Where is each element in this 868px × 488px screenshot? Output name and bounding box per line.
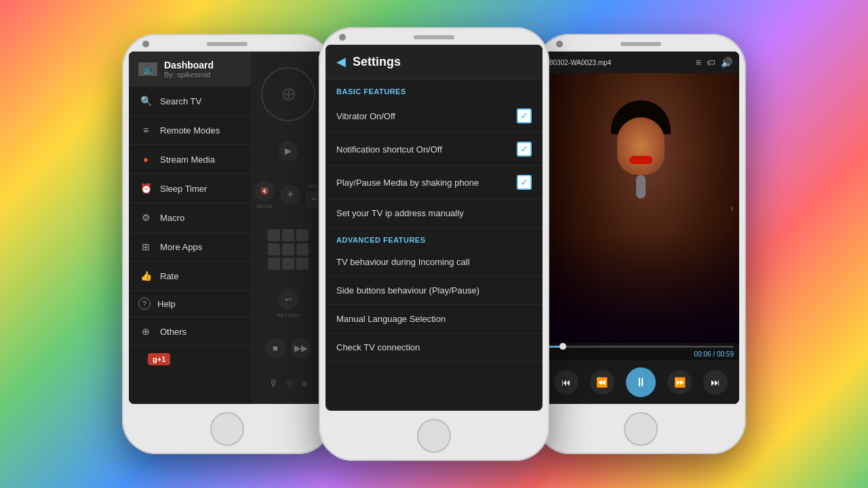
settings-incoming[interactable]: TV behaviour during Incoming call [326, 248, 542, 277]
play-button[interactable]: ▶ [278, 141, 298, 161]
vol-label: VOL [309, 183, 319, 189]
checkconn-text: Check TV connection [336, 342, 420, 352]
sleep-icon: ⏰ [138, 181, 153, 196]
stream-icon: ● [138, 152, 153, 167]
incoming-text: TV behaviour during Incoming call [336, 257, 470, 267]
dpad-circle: ⊕ [261, 67, 315, 121]
mute-label: MUTE [257, 203, 273, 209]
sidebar-label-rate: Rate [160, 271, 178, 281]
media-top-icons: ≡ 🏷 🔊 [696, 57, 732, 68]
settings-sidebuttons[interactable]: Side buttons behaviour (Play/Pause) [326, 277, 542, 305]
center-phone-top [319, 27, 549, 45]
video-content: › [542, 73, 739, 343]
next-video-arrow[interactable]: › [730, 202, 734, 214]
notification-checkbox[interactable] [517, 142, 532, 157]
sidebar-label-stream: Stream Media [160, 155, 215, 165]
macro-icon: ⚙ [138, 210, 153, 225]
sidebar-label-help: Help [157, 299, 176, 309]
settings-playpause[interactable]: Play/Pause Media by shaking phone [326, 166, 542, 199]
sidebar-item-search[interactable]: 🔍 Search TV [129, 87, 251, 116]
left-speaker [207, 42, 248, 46]
fast-forward-button[interactable]: ⏩ [667, 370, 692, 394]
center-phone-bottom [319, 411, 549, 461]
left-home-button[interactable] [210, 412, 244, 446]
current-time: 00:06 [694, 350, 711, 358]
others-icon: ⊕ [138, 324, 153, 339]
media-filename: 80302-WA0023.mp4 [549, 59, 611, 66]
sidebar-item-rate[interactable]: 👍 Rate [129, 262, 251, 291]
advanced-features-label: ADVANCED FEATURES [326, 228, 542, 248]
rewind-button[interactable]: ⏪ [590, 370, 614, 394]
settings-notification[interactable]: Notification shortcut On/Off [326, 133, 542, 166]
back-button[interactable]: ◀ [336, 54, 346, 69]
settings-vibrator[interactable]: Vibrator On/Off [326, 100, 542, 133]
menu-icon[interactable]: ≡ [696, 57, 701, 68]
sidebar-item-stream[interactable]: ● Stream Media [129, 145, 251, 174]
stop-button[interactable]: ■ [265, 338, 285, 359]
add-button[interactable]: + [280, 185, 300, 205]
sidebar-item-help[interactable]: ? Help [129, 291, 251, 317]
dpad-icon: ⊕ [281, 83, 296, 105]
right-phone-top [536, 34, 746, 52]
left-phone: 📺 Dashboard By: spikesroid 🔍 Search TV ≡… [122, 34, 332, 454]
media-topbar: 80302-WA0023.mp4 ≡ 🏷 🔊 [542, 52, 739, 73]
sidebar-item-macro[interactable]: ⚙ Macro [129, 203, 251, 232]
dashboard-subtitle: By: spikesroid [164, 70, 214, 79]
settings-checkconn[interactable]: Check TV connection [326, 333, 542, 362]
dashboard-title: Dashboard [164, 60, 214, 70]
left-phone-top [122, 34, 332, 52]
bottom-icons: 🎙 ☆ ≡ [269, 378, 307, 389]
sidebar-item-remote[interactable]: ≡ Remote Modes [129, 116, 251, 145]
sidebar-item-sleep[interactable]: ⏰ Sleep Timer [129, 174, 251, 203]
left-phone-bottom [122, 404, 332, 454]
right-camera [556, 41, 563, 47]
pause-button[interactable]: ⏸ [626, 367, 656, 397]
right-screen: 80302-WA0023.mp4 ≡ 🏷 🔊 [542, 52, 739, 404]
settings-language[interactable]: Manual Language Selection [326, 305, 542, 333]
volume-icon[interactable]: 🔊 [721, 57, 732, 68]
sidebar-label-sleep: Sleep Timer [160, 184, 207, 194]
right-speaker [620, 42, 661, 46]
sidebar-label-more: More Apps [160, 242, 202, 252]
right-home-button[interactable] [624, 412, 658, 446]
settings-header: ◀ Settings [326, 45, 542, 79]
previous-button[interactable]: ⏮ [554, 370, 578, 394]
tv-icon: 📺 [138, 62, 157, 76]
settings-view: ◀ Settings BASIC FEATURES Vibrator On/Of… [326, 45, 542, 411]
left-screen: 📺 Dashboard By: spikesroid 🔍 Search TV ≡… [129, 52, 326, 404]
return-button[interactable]: ↩ [278, 289, 298, 310]
sidebar-item-more[interactable]: ⊞ More Apps [129, 232, 251, 262]
media-controls: ⏮ ⏪ ⏸ ⏩ ⏭ [542, 361, 739, 404]
left-camera [142, 41, 149, 47]
center-home-button[interactable] [417, 419, 451, 453]
language-text: Manual Language Selection [336, 314, 446, 324]
playpause-checkbox[interactable] [517, 175, 532, 190]
settings-setip[interactable]: Set your TV ip address manually [326, 199, 542, 228]
mute-button[interactable]: 🔇 [254, 181, 275, 201]
setip-text: Set your TV ip address manually [336, 208, 464, 218]
next-button[interactable]: ⏭ [703, 370, 728, 394]
playpause-text: Play/Pause Media by shaking phone [336, 178, 479, 188]
help-icon: ? [138, 298, 151, 310]
notification-text: Notification shortcut On/Off [336, 144, 442, 155]
vibrator-checkbox[interactable] [517, 108, 532, 123]
numpad [268, 229, 309, 270]
apps-icon: ⊞ [138, 239, 153, 254]
seek-bar-track[interactable] [548, 346, 734, 348]
google-plus-badge[interactable]: g+1 [148, 353, 170, 365]
return-label: RETURN [277, 312, 299, 319]
video-display: › [542, 73, 739, 343]
sidebar-item-others[interactable]: ⊕ Others [129, 317, 251, 346]
basic-features-label: BASIC FEATURES [326, 79, 542, 100]
settings-title: Settings [353, 55, 401, 69]
list-icon: ≡ [301, 378, 307, 389]
star-icon: ☆ [285, 378, 294, 389]
tag-icon[interactable]: 🏷 [707, 58, 715, 68]
fast-forward-button[interactable]: ▶▶ [291, 338, 311, 359]
total-time: 00:59 [717, 350, 734, 358]
center-camera [339, 34, 346, 41]
remote-icon: ≡ [138, 123, 153, 138]
rate-icon: 👍 [138, 268, 153, 283]
sidebar-header: 📺 Dashboard By: spikesroid [129, 52, 251, 87]
center-phone: ◀ Settings BASIC FEATURES Vibrator On/Of… [319, 27, 549, 461]
